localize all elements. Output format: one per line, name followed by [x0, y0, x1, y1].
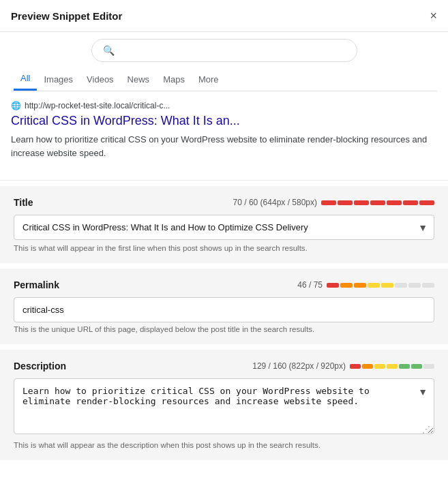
search-bar: 🔍 [91, 39, 357, 62]
permalink-counter: 46 / 75 [297, 280, 434, 290]
title-bar-seg2 [338, 200, 353, 205]
title-section-header: Title 70 / 60 (644px / 580px) [14, 197, 434, 208]
search-preview: 🔍 All Images Videos News Maps More [0, 32, 448, 91]
title-label: Title [14, 197, 33, 208]
description-textarea-wrapper: Learn how to prioritize critical CSS on … [14, 378, 434, 437]
globe-icon: 🌐 [11, 101, 20, 110]
desc-bar-seg5 [399, 364, 410, 369]
tab-maps[interactable]: Maps [156, 69, 192, 90]
title-progress-bar [321, 200, 434, 205]
tab-images[interactable]: Images [37, 69, 80, 90]
divider [0, 180, 448, 181]
search-icon: 🔍 [103, 45, 115, 56]
header-title: Preview Snippet Editor [11, 10, 122, 22]
tab-videos[interactable]: Videos [80, 69, 121, 90]
result-url: http://wp-rocket-test-site.local/critica… [25, 101, 170, 110]
title-bar-seg3 [354, 200, 369, 205]
description-section-header: Description 129 / 160 (822px / 920px) [14, 361, 434, 371]
perm-bar-seg7 [408, 283, 421, 288]
desc-bar-seg2 [362, 364, 373, 369]
search-tabs: All Images Videos News Maps More [11, 67, 437, 91]
permalink-section-header: Permalink 46 / 75 [14, 279, 434, 290]
perm-bar-seg2 [340, 283, 353, 288]
title-bar-seg5 [387, 200, 402, 205]
permalink-hint: This is the unique URL of this page, dis… [14, 325, 434, 333]
result-url-line: 🌐 http://wp-rocket-test-site.local/criti… [11, 101, 437, 110]
title-section: Title 70 / 60 (644px / 580px) Critical C… [0, 186, 448, 263]
tab-all[interactable]: All [14, 67, 37, 91]
description-section: Description 129 / 160 (822px / 920px) Le… [0, 350, 448, 460]
close-button[interactable]: × [430, 10, 437, 22]
description-textarea[interactable]: Learn how to prioritize critical CSS on … [14, 378, 434, 434]
title-bar-seg7 [419, 200, 434, 205]
perm-bar-seg6 [395, 283, 407, 288]
desc-bar-seg3 [374, 364, 385, 369]
title-hint: This is what will appear in the first li… [14, 244, 434, 252]
resize-handle-icon: ⋰ [422, 425, 430, 434]
search-result: 🌐 http://wp-rocket-test-site.local/criti… [0, 101, 448, 180]
permalink-label: Permalink [14, 279, 59, 290]
description-counter: 129 / 160 (822px / 920px) [252, 361, 434, 371]
desc-bar-seg4 [387, 364, 398, 369]
perm-bar-seg8 [422, 283, 434, 288]
result-title[interactable]: Critical CSS in WordPress: What It Is an… [11, 113, 437, 129]
perm-bar-seg1 [327, 283, 339, 288]
description-label: Description [14, 361, 66, 371]
title-input-wrapper: Critical CSS in WordPress: What It Is an… [14, 215, 434, 240]
header: Preview Snippet Editor × [0, 0, 448, 32]
desc-bar-seg7 [423, 364, 434, 369]
description-hint: This is what will appear as the descript… [14, 441, 434, 449]
title-input[interactable]: Critical CSS in WordPress: What It Is an… [14, 215, 434, 240]
perm-bar-seg5 [381, 283, 393, 288]
permalink-progress-bar [327, 283, 434, 288]
tab-news[interactable]: News [121, 69, 157, 90]
title-bar-seg1 [321, 200, 336, 205]
description-progress-bar [350, 364, 434, 369]
title-counter: 70 / 60 (644px / 580px) [233, 198, 434, 207]
title-bar-seg6 [403, 200, 418, 205]
title-bar-seg4 [370, 200, 385, 205]
desc-bar-seg6 [411, 364, 422, 369]
desc-bar-seg1 [350, 364, 361, 369]
perm-bar-seg4 [368, 283, 380, 288]
permalink-input[interactable] [14, 297, 434, 322]
permalink-section: Permalink 46 / 75 This is the unique URL… [0, 269, 448, 344]
result-description: Learn how to prioritize critical CSS on … [11, 133, 437, 160]
tab-more[interactable]: More [192, 69, 226, 90]
perm-bar-seg3 [354, 283, 366, 288]
